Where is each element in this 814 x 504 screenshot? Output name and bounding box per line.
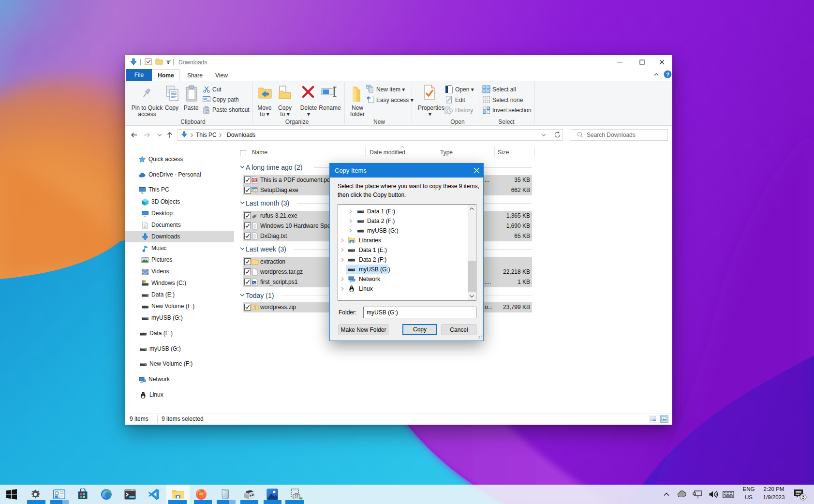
svg-text:?: ? xyxy=(666,72,669,77)
svg-text:3: 3 xyxy=(802,494,805,500)
